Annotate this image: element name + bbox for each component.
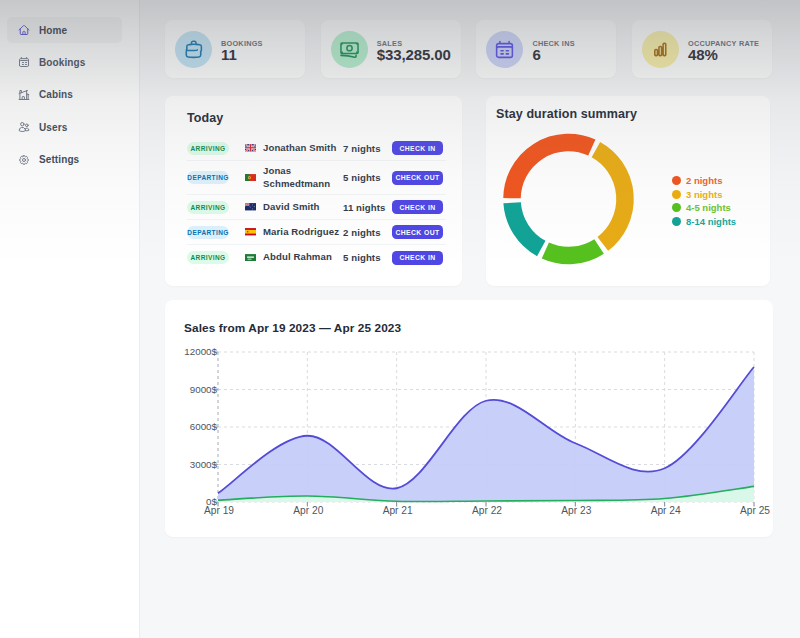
- svg-text:12000$: 12000$: [184, 346, 217, 357]
- svg-text:3000$: 3000$: [190, 459, 218, 470]
- svg-text:Apr 19: Apr 19: [204, 505, 234, 516]
- svg-text:9000$: 9000$: [190, 384, 218, 395]
- svg-text:Apr 24: Apr 24: [651, 505, 681, 516]
- svg-text:Apr 22: Apr 22: [472, 505, 502, 516]
- svg-text:Apr 23: Apr 23: [561, 505, 591, 516]
- svg-text:Apr 21: Apr 21: [383, 505, 413, 516]
- svg-text:Apr 20: Apr 20: [293, 505, 323, 516]
- svg-text:Apr 25: Apr 25: [740, 505, 770, 516]
- svg-text:6000$: 6000$: [190, 421, 218, 432]
